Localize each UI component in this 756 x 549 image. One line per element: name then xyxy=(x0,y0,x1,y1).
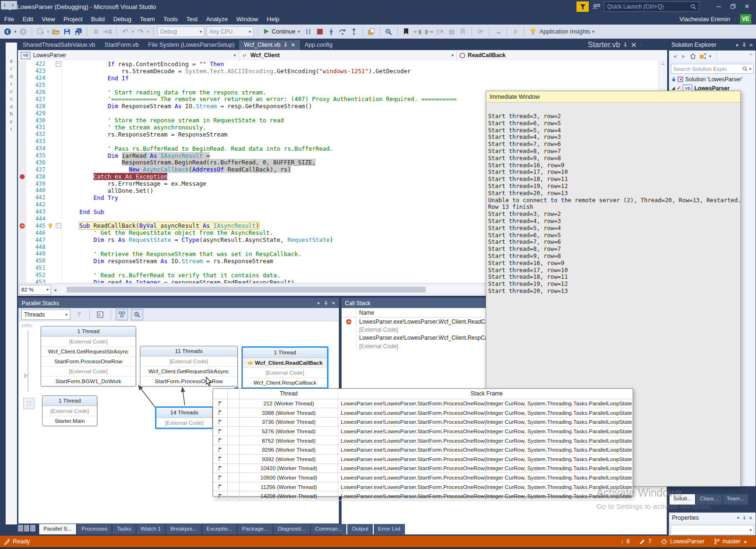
bottom-tab-processes[interactable]: Processes xyxy=(77,524,112,534)
comment-button[interactable]: ≣ xyxy=(91,26,101,37)
breakpoint-margin[interactable] xyxy=(18,194,26,201)
quick-launch-input[interactable]: Quick Launch (Ctrl+Q) xyxy=(604,1,699,12)
save-all-button[interactable] xyxy=(74,26,83,37)
menu-file[interactable]: File xyxy=(0,14,18,24)
show-external-code-icon[interactable]: 8 xyxy=(94,309,106,320)
stack-frame-row[interactable]: Wcf_Client.GetRequestStrAsync xyxy=(41,346,136,356)
flag-icon[interactable] xyxy=(213,399,228,408)
uncomment-button[interactable]: ⇥≣ xyxy=(103,26,112,37)
flag-icon[interactable] xyxy=(213,418,228,427)
properties-header[interactable]: Properties ▾ ✕ xyxy=(669,513,756,523)
repository-indicator[interactable]: LowesParser xyxy=(661,538,704,545)
views-chevron-icon[interactable]: ▾ xyxy=(709,54,712,59)
menu-tools[interactable]: Tools xyxy=(159,14,182,24)
break-all-button[interactable] xyxy=(304,26,313,37)
flag-icon[interactable] xyxy=(213,408,228,417)
breakpoint-margin[interactable] xyxy=(18,243,26,250)
editor-splitter-handle[interactable]: ⊥ xyxy=(659,60,667,67)
stack-frame-box-1[interactable]: 11 Threads[External Code]Wcf_Client.GetR… xyxy=(140,346,238,386)
menu-window[interactable]: Window xyxy=(232,14,262,24)
solution-explorer-search-input[interactable]: Search Solution Explo ▾ xyxy=(671,64,754,74)
properties-object-select[interactable]: ▾ xyxy=(670,525,754,535)
back-icon[interactable]: ◄ xyxy=(672,53,678,60)
home-icon[interactable] xyxy=(690,53,696,59)
step-over-button[interactable] xyxy=(338,26,347,37)
breakpoint-margin[interactable] xyxy=(18,117,26,124)
editor-zoom-select[interactable]: 82 % ▾ xyxy=(19,285,51,295)
window-position-chevron-icon[interactable]: ▾ xyxy=(737,515,739,520)
breakpoint-margin[interactable] xyxy=(18,215,26,223)
breakpoint-margin[interactable] xyxy=(18,82,26,89)
close-icon[interactable]: ✕ xyxy=(749,515,753,521)
flag-icon[interactable] xyxy=(213,473,228,482)
menu-analyze[interactable]: Analyze xyxy=(202,14,232,24)
open-file-button[interactable] xyxy=(51,26,60,37)
new-item-button[interactable] xyxy=(36,26,45,37)
stack-frame-row[interactable]: Starter.Main xyxy=(43,416,97,426)
undo-chevron-icon[interactable]: ▾ xyxy=(132,29,134,34)
breakpoint-margin[interactable] xyxy=(18,60,26,68)
table-row[interactable]: 14208 (Worker Thread)LowesParser.exe!Low… xyxy=(213,491,633,501)
doc-tab-wcf-client-vb[interactable]: Wcf_Client.vb✕ xyxy=(239,40,300,50)
feedback-icon[interactable] xyxy=(593,3,600,10)
menu-view[interactable]: View xyxy=(37,14,59,24)
restore-button[interactable] xyxy=(726,1,740,11)
menu-build[interactable]: Build xyxy=(87,14,109,24)
table-row[interactable]: 212 (Worker Thread)LowesParser.exe!Lowes… xyxy=(213,399,633,409)
new-item-chevron-icon[interactable]: ▾ xyxy=(47,29,50,34)
doc-tab-startform-vb[interactable]: StartForm.vb xyxy=(100,40,143,50)
breakpoint-margin[interactable] xyxy=(18,180,26,187)
immediate-window-header[interactable]: Immediate Window xyxy=(486,91,740,103)
stack-frame-row[interactable]: Wcf_Client.RespCallback xyxy=(243,377,327,387)
bottom-tab-exceptio-[interactable]: Exceptio... xyxy=(202,524,237,534)
pin-icon[interactable] xyxy=(742,516,746,520)
navigate-back-button[interactable] xyxy=(3,26,12,37)
stack-frame-row[interactable]: [External Code] xyxy=(43,406,97,416)
undo-button[interactable]: ↶ xyxy=(120,26,130,37)
stack-frame-row[interactable]: StartForm.ProcessOneRow xyxy=(41,356,136,366)
dock-tab-team-[interactable]: Team... xyxy=(723,494,748,505)
stack-frame-box-0[interactable]: 1 Thread[External Code]Wcf_Client.GetReq… xyxy=(41,326,136,386)
minimize-button[interactable]: ─ xyxy=(712,1,726,11)
menu-test[interactable]: Test xyxy=(182,14,202,24)
flag-icon[interactable] xyxy=(213,436,228,445)
breakpoint-margin[interactable] xyxy=(18,89,26,96)
tab-list-chevron-icon[interactable]: ▾ xyxy=(640,43,642,47)
doc-tab-file-system-lowesparsersetup-[interactable]: File System (LowesParserSetup) xyxy=(144,40,240,50)
close-icon[interactable]: ✕ xyxy=(291,42,295,48)
autoscroll-icon[interactable] xyxy=(131,309,143,320)
doc-tab-app-config[interactable]: App.config xyxy=(300,40,337,50)
forward-icon[interactable]: ► xyxy=(681,53,687,60)
flag-icon[interactable] xyxy=(213,455,228,463)
bottom-tab-output[interactable]: Output xyxy=(347,524,372,534)
menu-team[interactable]: Team xyxy=(136,14,159,24)
table-row[interactable]: 3388 (Worker Thread)LowesParser.exe!Lowe… xyxy=(213,408,633,418)
menu-help[interactable]: Help xyxy=(263,14,284,24)
stack-frame-row[interactable]: Wcf_Client.GetRequestStrAsync xyxy=(140,366,237,376)
clear-bookmarks-button[interactable]: ▯✕ xyxy=(436,26,445,37)
stop-debugging-button[interactable] xyxy=(315,26,325,37)
show-method-view-icon[interactable] xyxy=(116,309,128,320)
flag-icon[interactable] xyxy=(213,464,228,473)
close-icon[interactable]: ✕ xyxy=(749,43,753,48)
stack-frame-row[interactable]: Wcf_Client.ReadCallBack xyxy=(243,358,327,368)
navigate-forward-button[interactable] xyxy=(18,26,28,37)
stack-frame-box-3[interactable]: 1 Thread[External Code]Starter.Main xyxy=(42,395,97,426)
stack-frame-row[interactable]: [External Code] xyxy=(140,356,237,366)
doc-tab-sharedthreadsafevalue-vb[interactable]: SharedThreadSafeValue.vb xyxy=(18,40,100,50)
bottom-tab-package-[interactable]: Package... xyxy=(238,524,273,534)
bookmark-button[interactable] xyxy=(402,26,411,37)
flag-icon[interactable] xyxy=(213,427,228,436)
close-icon[interactable]: ✕ xyxy=(630,41,636,50)
stack-frame-row[interactable]: [External Code] xyxy=(41,366,136,376)
branch-indicator[interactable]: master ▲ xyxy=(714,538,747,545)
close-button[interactable]: ✕ xyxy=(740,1,754,11)
close-icon[interactable]: × xyxy=(11,3,14,8)
navbar-class-dropdown[interactable]: Wcf_Client ▾ xyxy=(239,50,457,60)
step-into-button[interactable] xyxy=(326,26,336,37)
lightbulb-icon[interactable] xyxy=(48,223,55,229)
pin-icon[interactable] xyxy=(623,43,627,47)
menu-edit[interactable]: Edit xyxy=(18,14,37,24)
dock-tab-soluti-[interactable]: Soluti... xyxy=(670,494,695,505)
stack-frame-row[interactable]: [External Code] xyxy=(41,336,136,346)
